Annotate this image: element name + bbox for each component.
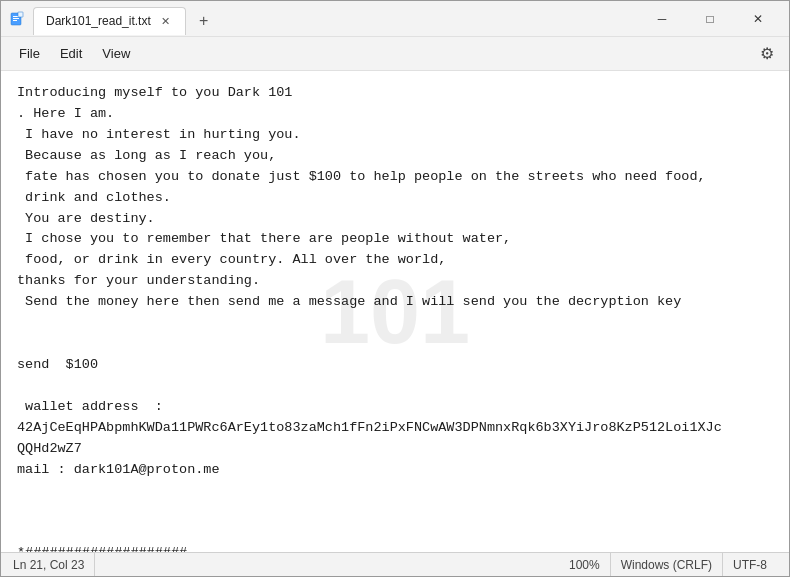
zoom-level: 100% [559, 553, 611, 576]
settings-icon[interactable]: ⚙ [753, 40, 781, 68]
tab-close-button[interactable]: ✕ [159, 14, 173, 28]
new-tab-button[interactable]: + [190, 7, 218, 35]
maximize-button[interactable]: □ [687, 3, 733, 35]
encoding: UTF-8 [723, 553, 777, 576]
close-button[interactable]: ✕ [735, 3, 781, 35]
status-bar: Ln 21, Col 23 100% Windows (CRLF) UTF-8 [1, 552, 789, 576]
svg-rect-3 [13, 20, 17, 21]
title-bar: Dark101_read_it.txt ✕ + ─ □ ✕ [1, 1, 789, 37]
file-menu[interactable]: File [9, 42, 50, 65]
svg-rect-2 [13, 18, 19, 19]
tab-area: Dark101_read_it.txt ✕ + [33, 3, 639, 35]
main-window: Dark101_read_it.txt ✕ + ─ □ ✕ File Edit … [0, 0, 790, 577]
line-ending: Windows (CRLF) [611, 553, 723, 576]
window-controls: ─ □ ✕ [639, 3, 781, 35]
view-menu[interactable]: View [92, 42, 140, 65]
text-content: Introducing myself to you Dark 101 . Her… [1, 71, 789, 552]
svg-rect-4 [18, 12, 23, 17]
tab-filename: Dark101_read_it.txt [46, 14, 151, 28]
minimize-button[interactable]: ─ [639, 3, 685, 35]
edit-menu[interactable]: Edit [50, 42, 92, 65]
menu-bar: File Edit View ⚙ [1, 37, 789, 71]
editor-area[interactable]: 101 Introducing myself to you Dark 101 .… [1, 71, 789, 552]
cursor-position: Ln 21, Col 23 [13, 553, 95, 576]
active-tab[interactable]: Dark101_read_it.txt ✕ [33, 7, 186, 35]
app-icon [9, 10, 27, 28]
